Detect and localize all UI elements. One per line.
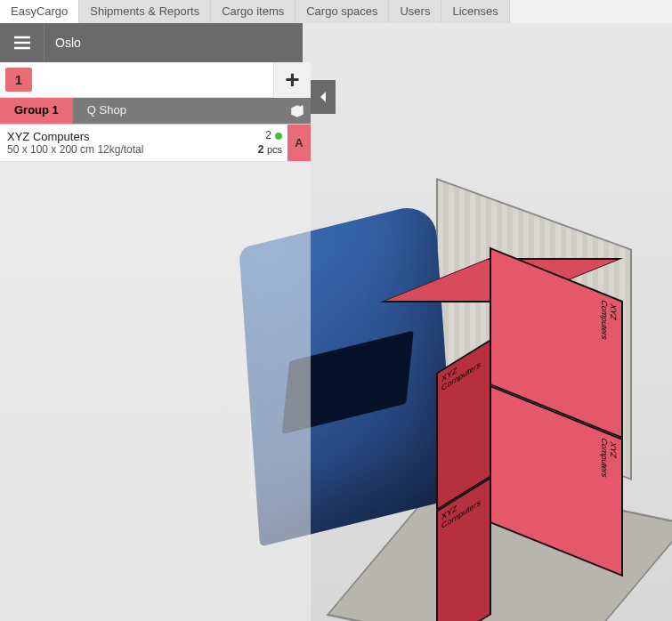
nav-tab-easycargo[interactable]: EasyCargo: [0, 0, 79, 23]
add-shipment-button[interactable]: +: [273, 62, 311, 98]
item-main: XYZ Computers 50 x 100 x 200 cm 12kg/tot…: [0, 125, 253, 161]
item-dimensions: 50 x 100 x 200 cm 12kg/total: [7, 143, 246, 156]
top-nav: EasyCargo Shipments & Reports Cargo item…: [0, 0, 672, 23]
item-color-swatch[interactable]: A: [287, 125, 311, 161]
trailer-wall: [436, 178, 632, 480]
trailer-floor: [327, 473, 672, 621]
menu-icon[interactable]: [0, 23, 45, 62]
shipment-tab-1[interactable]: 1: [5, 68, 32, 92]
svg-marker-3: [320, 92, 326, 102]
side-panel: 1 + Group 1 Q Shop XYZ Computers 50 x 10…: [0, 62, 311, 162]
nav-tab-users[interactable]: Users: [389, 0, 441, 23]
nav-tab-cargo-spaces[interactable]: Cargo spaces: [296, 0, 389, 23]
add-item-icon[interactable]: [284, 98, 311, 124]
nav-tab-licenses[interactable]: Licenses: [441, 0, 509, 23]
cargo-boxes: XYZ Computers XYZ Computers XYZ Computer…: [436, 283, 614, 568]
group-tab-group1[interactable]: Group 1: [0, 98, 73, 124]
cargo-item-row[interactable]: XYZ Computers 50 x 100 x 200 cm 12kg/tot…: [0, 125, 311, 162]
nav-tab-cargo-items[interactable]: Cargo items: [211, 0, 296, 23]
group-tab-row: Group 1 Q Shop: [0, 98, 311, 125]
group-spacer: [141, 98, 284, 124]
item-loaded-count: 2: [265, 129, 271, 143]
shipment-title: Oslo: [45, 36, 81, 50]
nav-tab-shipments[interactable]: Shipments & Reports: [79, 0, 211, 23]
pcs-label: pcs: [267, 144, 282, 155]
item-counts: 2 2 pcs: [253, 125, 287, 161]
sub-bar: Oslo: [0, 23, 303, 62]
item-qty: 2: [258, 143, 264, 156]
collapse-panel-button[interactable]: [311, 80, 336, 114]
shipment-tab-row: 1 +: [0, 62, 311, 98]
item-name: XYZ Computers: [7, 130, 246, 143]
status-dot-icon: [275, 133, 282, 140]
group-tab-qshop[interactable]: Q Shop: [73, 98, 141, 124]
